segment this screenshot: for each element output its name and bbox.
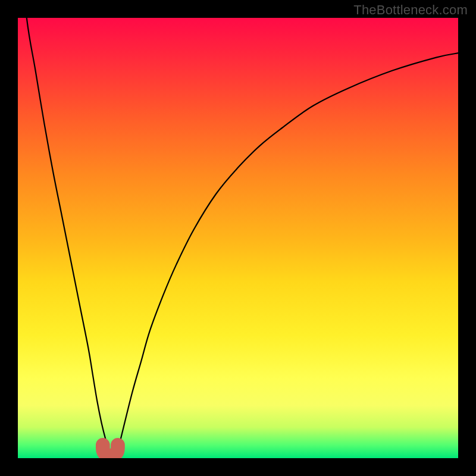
chart-svg: [18, 18, 458, 458]
bottleneck-curve: [18, 18, 458, 456]
chart-plot-area: [18, 18, 458, 458]
watermark-text: TheBottleneck.com: [353, 2, 468, 18]
optimal-region-marker: [103, 445, 118, 456]
chart-frame: TheBottleneck.com: [0, 0, 476, 476]
